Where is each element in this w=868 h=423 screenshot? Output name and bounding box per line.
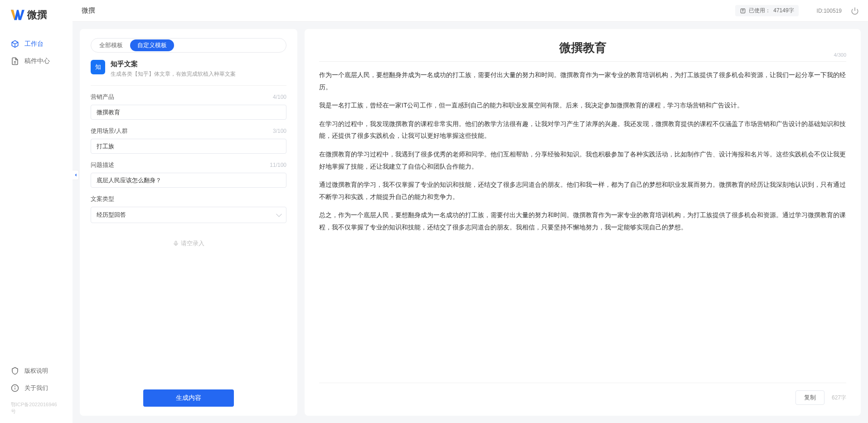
template-header: 知 知乎文案 生成各类【知乎】体文章，有效完成软植入种草文案 bbox=[91, 60, 286, 86]
template-title: 知乎文案 bbox=[111, 60, 236, 68]
document-icon bbox=[11, 57, 19, 65]
char-count: 3/100 bbox=[273, 128, 286, 134]
paragraph: 总之，作为一个底层人民，要想翻身成为一名成功的打工族，需要付出大量的努力和时间。… bbox=[319, 209, 846, 233]
nav-label: 版权说明 bbox=[24, 367, 48, 375]
page-title: 微撰 bbox=[82, 6, 95, 15]
chevron-left-icon bbox=[74, 173, 78, 177]
output-panel: 微撰教育 4/300 作为一个底层人民，要想翻身并成为一名成功的打工族，需要付出… bbox=[305, 29, 861, 416]
usage-prefix: 已使用： bbox=[749, 7, 771, 15]
tab-all-templates[interactable]: 全部模板 bbox=[92, 39, 130, 51]
template-desc: 生成各类【知乎】体文章，有效完成软植入种草文案 bbox=[111, 70, 236, 78]
microphone-icon bbox=[173, 240, 179, 247]
field-label: 营销产品 bbox=[91, 93, 114, 101]
field-scene: 使用场景/人群 3/100 bbox=[91, 127, 286, 154]
tab-custom-templates[interactable]: 自定义模板 bbox=[130, 39, 174, 51]
scene-input[interactable] bbox=[91, 139, 286, 154]
svg-rect-4 bbox=[175, 241, 177, 244]
type-select[interactable]: 经历型回答 bbox=[91, 207, 286, 223]
product-input[interactable] bbox=[91, 105, 286, 120]
nav-workspace[interactable]: 工作台 bbox=[0, 35, 73, 53]
voice-hint-text: 请空录入 bbox=[181, 239, 204, 248]
content-row: 全部模板 自定义模板 知 知乎文案 生成各类【知乎】体文章，有效完成软植入种草文… bbox=[73, 22, 868, 423]
paragraph: 通过微撰教育的学习，我不仅掌握了专业的知识和技能，还结交了很多志同道合的朋友。他… bbox=[319, 179, 846, 203]
sidebar: 微撰 工作台 稿件中心 版权说明 关于我们 鄂ICP备2022016946号 bbox=[0, 0, 73, 423]
nav-label: 关于我们 bbox=[24, 384, 48, 392]
main-nav: 工作台 稿件中心 bbox=[0, 35, 73, 362]
logo-text: 微撰 bbox=[27, 8, 47, 22]
nav-label: 稿件中心 bbox=[24, 57, 50, 65]
nav-copyright[interactable]: 版权说明 bbox=[0, 362, 73, 379]
copy-button[interactable]: 复制 bbox=[795, 390, 824, 405]
shield-icon bbox=[11, 367, 19, 375]
field-type: 文案类型 经历型回答 bbox=[91, 195, 286, 223]
word-count: 627字 bbox=[832, 394, 846, 402]
field-problem: 问题描述 11/100 bbox=[91, 161, 286, 188]
field-product: 营销产品 4/100 bbox=[91, 93, 286, 120]
field-label: 问题描述 bbox=[91, 161, 114, 169]
template-tabs: 全部模板 自定义模板 bbox=[91, 38, 286, 53]
nav-drafts[interactable]: 稿件中心 bbox=[0, 53, 73, 70]
char-count: 11/100 bbox=[270, 162, 286, 168]
nav-about[interactable]: 关于我们 bbox=[0, 379, 73, 397]
title-char-count: 4/300 bbox=[834, 52, 846, 58]
usage-badge[interactable]: 已使用： 47149字 bbox=[735, 5, 798, 16]
svg-point-2 bbox=[15, 387, 15, 387]
field-label: 文案类型 bbox=[91, 195, 114, 203]
logo: 微撰 bbox=[0, 8, 73, 35]
user-id: ID:100519 bbox=[817, 8, 842, 14]
problem-input[interactable] bbox=[91, 173, 286, 188]
voice-input-hint[interactable]: 请空录入 bbox=[91, 239, 286, 248]
doc-title-row: 微撰教育 4/300 bbox=[319, 40, 846, 62]
cube-icon bbox=[11, 40, 19, 48]
generate-button[interactable]: 生成内容 bbox=[143, 389, 234, 407]
field-label: 使用场景/人群 bbox=[91, 127, 128, 135]
doc-body[interactable]: 作为一个底层人民，要想翻身并成为一名成功的打工族，需要付出大量的努力和时间。微撰… bbox=[319, 69, 846, 377]
paragraph: 作为一个底层人民，要想翻身并成为一名成功的打工族，需要付出大量的努力和时间。微撰… bbox=[319, 69, 846, 93]
nav-label: 工作台 bbox=[24, 40, 44, 48]
footer-nav: 版权说明 关于我们 bbox=[0, 362, 73, 401]
form-panel: 全部模板 自定义模板 知 知乎文案 生成各类【知乎】体文章，有效完成软植入种草文… bbox=[80, 29, 297, 416]
paragraph: 在学习的过程中，我发现微撰教育的课程非常实用。他们的教学方法很有趣，让我对学习产… bbox=[319, 118, 846, 142]
output-footer: 复制 627字 bbox=[319, 383, 846, 405]
logo-icon bbox=[11, 10, 24, 20]
topbar: 微撰 已使用： 47149字 ID:100519 bbox=[73, 0, 868, 22]
icp-text: 鄂ICP备2022016946号 bbox=[0, 401, 73, 415]
power-icon[interactable] bbox=[851, 7, 859, 15]
char-count: 4/100 bbox=[273, 94, 286, 100]
usage-value: 47149字 bbox=[773, 7, 794, 15]
paragraph: 我是一名打工族，曾经在一家IT公司工作，但一直感到自己的能力和职业发展空间有限。… bbox=[319, 99, 846, 112]
template-icon: 知 bbox=[91, 60, 105, 74]
info-icon bbox=[11, 384, 19, 392]
text-icon bbox=[740, 8, 746, 14]
paragraph: 在微撰教育的学习过程中，我遇到了很多优秀的老师和同学。他们互相帮助，分享经验和知… bbox=[319, 148, 846, 172]
sidebar-collapse-toggle[interactable] bbox=[73, 170, 79, 180]
main-area: 微撰 已使用： 47149字 ID:100519 全部模板 自定义模板 知 bbox=[73, 0, 868, 423]
doc-title[interactable]: 微撰教育 bbox=[319, 40, 846, 56]
